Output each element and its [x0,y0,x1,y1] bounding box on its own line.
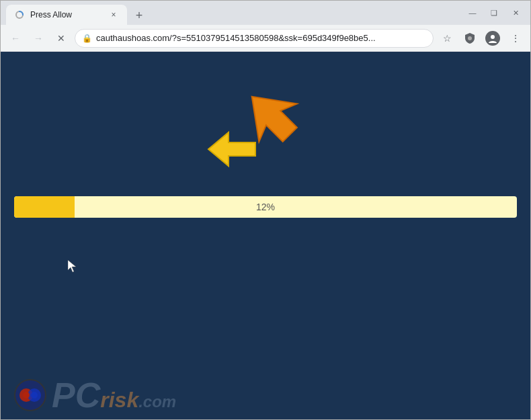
svg-marker-4 [208,132,255,166]
progress-bar-container: 12% [14,196,517,218]
title-bar: Press Allow × + — ❑ ✕ [1,1,530,25]
mouse-cursor [68,260,76,272]
svg-point-2 [491,35,495,39]
watermark: PC risk .com [14,378,176,413]
new-tab-button[interactable]: + [130,6,149,25]
tab-favicon [14,9,25,20]
maximize-button[interactable]: ❑ [485,3,503,22]
active-tab[interactable]: Press Allow × [6,5,127,25]
extension-shield-button[interactable] [460,29,479,48]
back-button[interactable]: ← [6,29,25,48]
cursor-icon [68,260,76,272]
yellow-arrow-icon [205,129,259,169]
page-content: 12% PC risk .com [1,52,530,419]
close-button[interactable]: ✕ [506,3,525,22]
reload-button[interactable]: ✕ [52,29,71,48]
forward-button[interactable]: → [29,29,48,48]
bookmark-button[interactable]: ☆ [438,29,456,48]
menu-button[interactable]: ⋮ [506,29,525,48]
svg-point-8 [23,392,30,398]
dotcom-text: .com [138,394,176,410]
window-controls: — ❑ ✕ [463,3,525,22]
svg-point-9 [31,392,38,398]
browser-window: Press Allow × + — ❑ ✕ ← → ✕ 🔒 cauthausho… [0,0,531,420]
pc-text: PC [52,378,100,413]
risk-text: risk [100,389,138,411]
tab-area: Press Allow × + [6,1,458,25]
tab-loading-icon [15,10,24,19]
person-icon [488,34,497,43]
shield-icon [464,32,476,44]
svg-point-1 [468,36,472,40]
arrows-container [225,85,306,173]
pcrisk-logo-icon [17,382,44,409]
pcrisk-text: PC risk .com [52,378,176,413]
svg-marker-5 [68,260,76,272]
address-bar[interactable]: 🔒 cauthaushoas.com/?s=551037951451358059… [75,29,434,48]
pcrisk-logo [14,379,46,411]
address-text: cauthaushoas.com/?s=5510379514513580598&… [96,33,426,43]
lock-icon: 🔒 [82,34,92,43]
tab-close-button[interactable]: × [108,9,119,20]
progress-label: 12% [14,196,517,218]
profile-avatar [485,31,500,46]
tab-title: Press Allow [30,10,103,19]
minimize-button[interactable]: — [463,3,482,22]
toolbar: ← → ✕ 🔒 cauthaushoas.com/?s=551037951451… [1,25,530,52]
profile-button[interactable] [483,29,502,48]
